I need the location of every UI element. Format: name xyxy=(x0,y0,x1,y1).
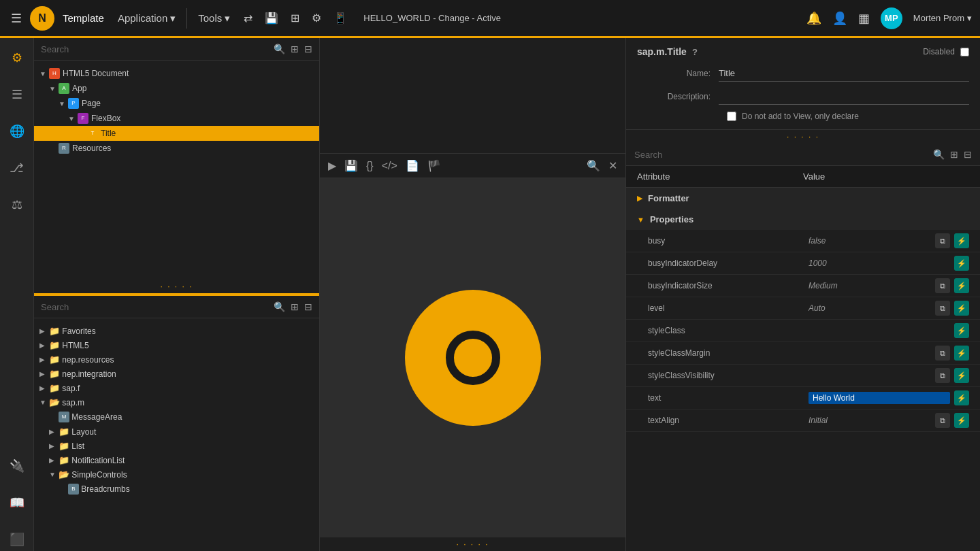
library-collapse-icon[interactable]: ⊟ xyxy=(304,301,312,312)
lib-item-nep-integration[interactable]: 📁 nep.integration xyxy=(34,367,319,381)
doc-icon[interactable]: 📄 xyxy=(406,159,419,172)
attr-bind-busyIndicatorDelay[interactable]: ⚡ xyxy=(954,256,969,271)
attr-row-busyIndicatorSize: busyIndicatorSize ⧉ ⚡ xyxy=(626,275,980,297)
lib-item-html5[interactable]: 📁 HTML5 xyxy=(34,338,319,352)
attr-bind-styleClassVisibility[interactable]: ⚡ xyxy=(954,368,969,383)
code2-icon[interactable]: </> xyxy=(382,160,397,172)
tree-item-title[interactable]: T Title xyxy=(34,126,319,141)
attr-expand-icon[interactable]: ⊞ xyxy=(950,149,958,160)
sidebar-icon-share[interactable]: ⎇ xyxy=(5,156,28,180)
tree-search-input[interactable] xyxy=(41,44,268,54)
library-search-input[interactable] xyxy=(41,302,268,312)
attr-value-styleClassVisibility[interactable] xyxy=(808,371,931,380)
attr-search-input[interactable] xyxy=(634,150,928,160)
right-panel-handle[interactable]: · · · · · xyxy=(626,130,980,144)
description-input[interactable] xyxy=(719,88,969,105)
tree-item-resources[interactable]: R Resources xyxy=(34,141,319,156)
code-icon[interactable]: {} xyxy=(366,160,374,172)
attr-copy-styleClassMargin[interactable]: ⧉ xyxy=(935,346,950,361)
application-label: Application xyxy=(118,12,167,24)
attr-value-styleClass[interactable] xyxy=(808,326,950,335)
tree-drag-handle[interactable]: · · · · · xyxy=(34,280,319,293)
center-close-icon[interactable]: ✕ xyxy=(608,159,617,172)
sidebar-icon-structure[interactable]: ⚙ xyxy=(7,46,27,69)
attr-copy-styleClassVisibility[interactable]: ⧉ xyxy=(935,368,950,383)
attr-bind-busyIndicatorSize[interactable]: ⚡ xyxy=(954,278,969,293)
attr-search-icon[interactable]: 🔍 xyxy=(933,149,945,160)
lib-item-layout[interactable]: 📁 Layout xyxy=(34,424,319,439)
lib-arrow-html5 xyxy=(39,341,49,349)
sidebar-icon-scale[interactable]: ⚖ xyxy=(7,193,27,216)
library-expand-icon[interactable]: ⊞ xyxy=(291,301,299,312)
attr-bind-text[interactable]: ⚡ xyxy=(954,390,969,405)
lib-item-sap-m[interactable]: 📂 sap.m xyxy=(34,395,319,410)
diff-icon[interactable]: ⊞ xyxy=(291,12,299,24)
attr-bind-busy[interactable]: ⚡ xyxy=(954,233,969,248)
disabled-checkbox[interactable] xyxy=(960,48,969,56)
library-search-icon[interactable]: 🔍 xyxy=(274,301,285,312)
attr-copy-level[interactable]: ⧉ xyxy=(935,301,950,316)
sidebar-icon-book[interactable]: 📖 xyxy=(5,491,29,514)
tree-item-page[interactable]: P Page xyxy=(34,96,319,111)
sidebar-icon-globe[interactable]: 🌐 xyxy=(5,120,29,143)
tools-menu[interactable]: Tools ▾ xyxy=(198,12,230,24)
declare-checkbox[interactable] xyxy=(727,112,736,121)
save2-icon[interactable]: 💾 xyxy=(344,159,358,172)
tree-search-icon[interactable]: 🔍 xyxy=(274,44,285,54)
lib-item-breadcrumbs[interactable]: B Breadcrumbs xyxy=(34,482,319,497)
tree-expand-icon[interactable]: ⊞ xyxy=(291,44,299,54)
username-menu[interactable]: Morten Prom ▾ xyxy=(913,13,972,23)
center-bottom-handle[interactable]: · · · · · xyxy=(320,537,625,551)
device-icon[interactable]: 📱 xyxy=(333,12,347,24)
tree-item-flexbox[interactable]: F FlexBox xyxy=(34,111,319,126)
tree-item-app[interactable]: A App xyxy=(34,81,319,96)
canvas-logo xyxy=(405,290,541,426)
attr-value-busyIndicatorSize[interactable] xyxy=(808,281,931,290)
tree-item-html5doc[interactable]: H HTML5 Document xyxy=(34,66,319,81)
attr-value-styleClassMargin[interactable] xyxy=(808,348,931,358)
center-search-icon[interactable]: 🔍 xyxy=(587,159,600,172)
attr-value-text[interactable] xyxy=(808,392,950,404)
attr-copy-busyIndicatorSize[interactable]: ⧉ xyxy=(935,278,950,293)
user-icon[interactable]: 👤 xyxy=(832,11,847,26)
lib-item-simplecontrols[interactable]: 📂 SimpleControls xyxy=(34,467,319,482)
lib-item-nep-resources[interactable]: 📁 nep.resources xyxy=(34,352,319,367)
play-icon[interactable]: ▶ xyxy=(328,159,336,172)
attr-value-busy[interactable] xyxy=(808,236,931,246)
sidebar-icon-terminal[interactable]: ⬛ xyxy=(5,528,29,551)
attr-value-textAlign-container: ⧉ ⚡ xyxy=(808,413,969,428)
attr-group-properties[interactable]: ▼ Properties xyxy=(626,209,980,230)
notifications-icon[interactable]: 🔔 xyxy=(806,11,821,26)
attr-value-textAlign[interactable] xyxy=(808,416,931,425)
sidebar-icon-plugin[interactable]: 🔌 xyxy=(5,454,29,478)
attr-value-level[interactable] xyxy=(808,303,931,313)
sidebar-icon-list[interactable]: ☰ xyxy=(7,83,27,106)
attr-group-formatter[interactable]: ▶ Formatter xyxy=(626,188,980,209)
attr-collapse-icon[interactable]: ⊟ xyxy=(964,149,972,160)
attr-copy-textAlign[interactable]: ⧉ xyxy=(935,413,950,428)
lib-item-notificationlist[interactable]: 📁 NotificationList xyxy=(34,453,319,467)
attr-bind-styleClass[interactable]: ⚡ xyxy=(954,323,969,338)
undo-icon[interactable]: ⇄ xyxy=(244,12,252,24)
attr-value-busyIndicatorDelay[interactable] xyxy=(808,258,950,268)
attr-bind-level[interactable]: ⚡ xyxy=(954,301,969,316)
tree-collapse-icon[interactable]: ⊟ xyxy=(304,44,312,54)
lib-item-messagearea[interactable]: M MessageArea xyxy=(34,410,319,424)
attr-bind-styleClassMargin[interactable]: ⚡ xyxy=(954,346,969,361)
hamburger-icon[interactable]: ☰ xyxy=(8,8,24,29)
lib-label-notificationlist: NotificationList xyxy=(69,456,125,465)
help-icon[interactable]: ? xyxy=(692,47,698,57)
lib-item-favorites[interactable]: 📁 Favorites xyxy=(34,324,319,338)
lib-item-sap-f[interactable]: 📁 sap.f xyxy=(34,381,319,395)
topbar-right: 🔔 👤 ▦ MP Morten Prom ▾ xyxy=(806,7,972,29)
tree-label-resources: Resources xyxy=(72,144,111,153)
lib-item-list[interactable]: 📁 List xyxy=(34,439,319,453)
save-icon[interactable]: 💾 xyxy=(265,12,278,24)
name-input[interactable] xyxy=(719,65,969,82)
attr-copy-busy[interactable]: ⧉ xyxy=(935,233,950,248)
flag-icon[interactable]: 🏴 xyxy=(427,159,441,172)
deploy-icon[interactable]: ⚙ xyxy=(312,12,321,24)
layout-icon[interactable]: ▦ xyxy=(858,11,870,26)
application-menu[interactable]: Application ▾ xyxy=(118,12,176,24)
attr-bind-textAlign[interactable]: ⚡ xyxy=(954,413,969,428)
